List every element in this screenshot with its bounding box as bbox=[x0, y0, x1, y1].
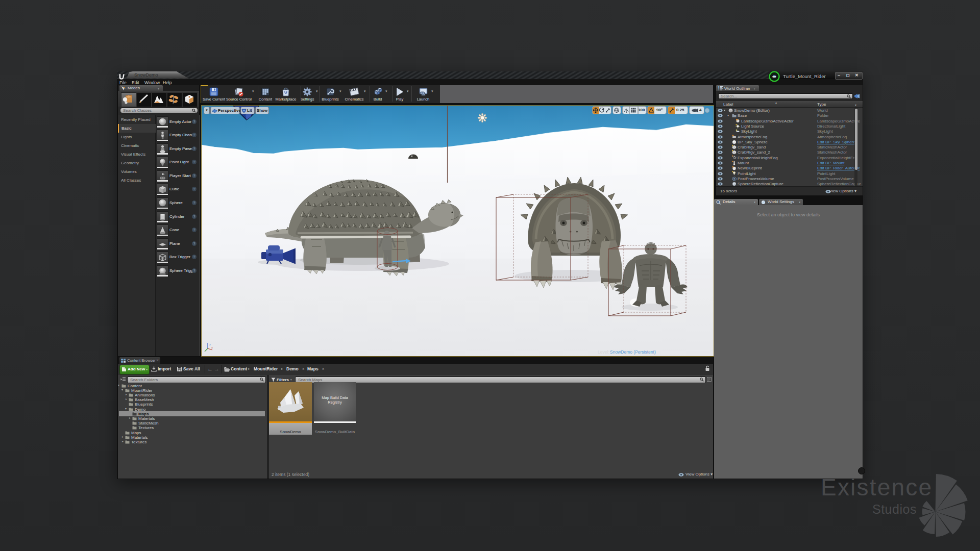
svg-text:z: z bbox=[209, 343, 211, 346]
svg-text:x: x bbox=[211, 346, 213, 349]
svg-text:Level:: Level: bbox=[598, 349, 609, 355]
svg-text:SnowDemo (Persistent): SnowDemo (Persistent) bbox=[610, 349, 656, 355]
